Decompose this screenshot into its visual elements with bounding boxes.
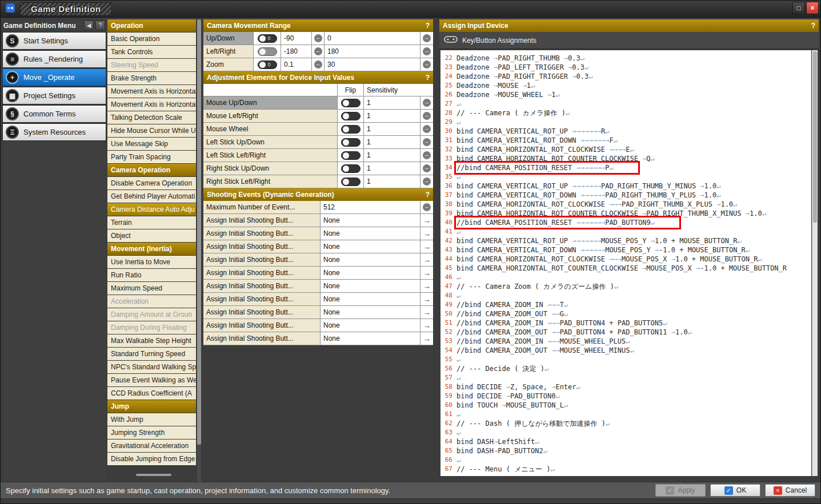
sensitivity-reset-button[interactable]: −	[420, 110, 433, 122]
operation-list-item[interactable]: Pause Event Walking as We	[107, 374, 196, 386]
operation-list-item[interactable]: Jump	[107, 400, 196, 413]
shooting-assignment-field[interactable]: None	[321, 253, 420, 266]
shooting-assignment-field[interactable]: None	[321, 214, 420, 227]
operation-list-item[interactable]: Movement (Inertia)	[107, 243, 196, 255]
range-max-reset-button[interactable]: −	[420, 32, 433, 45]
operation-list-hscrollbar[interactable]	[136, 474, 171, 476]
operation-list-item[interactable]: Brake Strength	[107, 72, 196, 84]
ok-button[interactable]: ✓ OK	[710, 484, 760, 497]
sensitivity-field[interactable]: 1	[364, 96, 420, 109]
back-button[interactable]: ◀	[84, 21, 94, 30]
operation-list-item[interactable]: Movement Axis is Horizontal	[107, 98, 196, 111]
camera-range-help-button[interactable]: ?	[426, 22, 430, 30]
range-min-reset-button[interactable]: −	[312, 58, 325, 71]
shooting-expand-button[interactable]: →	[420, 319, 433, 332]
sidebar-help-button[interactable]: ?	[95, 21, 105, 30]
sidebar-item[interactable]: S Start Settings	[2, 32, 106, 50]
operation-list-item[interactable]: Terrain	[107, 216, 196, 229]
flip-toggle[interactable]	[341, 178, 361, 186]
shooting-assignment-field[interactable]: None	[321, 267, 420, 279]
sidebar-item[interactable]: § Common Terms	[2, 105, 106, 123]
operation-list-item[interactable]: Party Train Spacing	[107, 151, 196, 163]
flip-toggle[interactable]	[341, 138, 361, 147]
operation-list-item[interactable]: Movement Axis is Horizontal	[107, 85, 196, 98]
apply-button[interactable]: ✓ Apply	[655, 484, 706, 497]
range-max-reset-button[interactable]: −	[420, 45, 433, 58]
operation-list-item[interactable]: Operation	[107, 19, 196, 32]
range-min-field[interactable]: -180	[281, 45, 312, 58]
operation-list-item[interactable]: Standard Turning Speed	[107, 348, 196, 360]
sensitivity-field[interactable]: 1	[364, 162, 420, 175]
flip-toggle[interactable]	[341, 99, 361, 107]
sidebar-item[interactable]: Ξ System Resources	[2, 123, 106, 141]
operation-list-item[interactable]: CCD Radius Coefficient (A	[107, 387, 196, 400]
editor-scrollbar[interactable]	[812, 50, 818, 476]
shooting-assignment-field[interactable]: None	[321, 280, 420, 292]
operation-list-item[interactable]: Maximum Speed	[107, 282, 196, 295]
sidebar-item[interactable]: ▦ Project Settings	[2, 87, 106, 104]
operation-list-item[interactable]: Gravitational Acceleration	[107, 440, 196, 452]
range-max-field[interactable]: 180	[325, 45, 420, 58]
operation-list-item[interactable]: Steering Speed	[107, 59, 196, 71]
range-toggle[interactable]: 0	[258, 47, 277, 56]
sensitivity-field[interactable]: 1	[364, 110, 420, 122]
shooting-expand-button[interactable]: →	[420, 293, 433, 305]
operation-list-item[interactable]: Use Inertia to Move	[107, 256, 196, 268]
max-events-field[interactable]: 512	[321, 201, 420, 213]
range-min-reset-button[interactable]: −	[312, 32, 325, 45]
range-min-reset-button[interactable]: −	[312, 45, 325, 58]
sensitivity-field[interactable]: 1	[364, 136, 420, 148]
operation-list-item[interactable]: Camera Operation	[107, 164, 196, 176]
assign-input-device-help-button[interactable]: ?	[811, 22, 815, 30]
operation-list-item[interactable]: Use Message Skip	[107, 138, 196, 150]
operation-list-item[interactable]: Damping During Floating	[107, 321, 196, 334]
shooting-assignment-field[interactable]: None	[321, 319, 420, 332]
input-assignments-editor[interactable]: 22 Deadzone →PAD_RIGHT_THUMB →0.3↵ 23 De…	[440, 50, 811, 476]
shooting-assignment-field[interactable]: None	[321, 240, 420, 253]
operation-list-item[interactable]: With Jump	[107, 413, 196, 426]
sensitivity-reset-button[interactable]: −	[420, 136, 433, 148]
range-toggle[interactable]: 0	[258, 34, 277, 43]
operation-list-item[interactable]: Disable Jumping from Edge	[107, 453, 196, 465]
operation-list-item[interactable]: Jumping Strength	[107, 426, 196, 439]
adjustment-help-button[interactable]: ?	[426, 74, 430, 82]
scrollbar-thumb[interactable]	[197, 19, 201, 445]
shooting-help-button[interactable]: ?	[426, 191, 430, 199]
shooting-expand-button[interactable]: →	[420, 214, 433, 227]
scrollbar-thumb[interactable]	[813, 51, 817, 223]
operation-list-item[interactable]: Hide Mouse Cursor While U	[107, 124, 196, 137]
minimize-button[interactable]: □	[792, 2, 805, 14]
shooting-expand-button[interactable]: →	[420, 267, 433, 279]
operation-list-item[interactable]: Basic Operation	[107, 33, 196, 45]
range-max-field[interactable]: 0	[325, 32, 420, 45]
sensitivity-field[interactable]: 1	[364, 175, 420, 188]
shooting-assignment-field[interactable]: None	[321, 293, 420, 305]
operation-list-item[interactable]: Max Walkable Step Height	[107, 334, 196, 347]
operation-list-scrollbar[interactable]	[197, 19, 201, 482]
shooting-assignment-field[interactable]: None	[321, 306, 420, 318]
sensitivity-reset-button[interactable]: −	[420, 96, 433, 109]
shooting-expand-button[interactable]: →	[420, 332, 433, 345]
range-max-field[interactable]: 30	[325, 58, 420, 71]
sensitivity-reset-button[interactable]: −	[420, 123, 433, 135]
sensitivity-field[interactable]: 1	[364, 149, 420, 162]
operation-list-item[interactable]: NPC's Standard Walking Sp	[107, 361, 196, 373]
shooting-expand-button[interactable]: →	[420, 280, 433, 292]
flip-toggle[interactable]	[341, 112, 361, 120]
operation-list-item[interactable]: Talking Detection Scale	[107, 111, 196, 124]
shooting-assignment-field[interactable]: None	[321, 332, 420, 345]
operation-list-item[interactable]: Get Behind Player Automati	[107, 190, 196, 203]
operation-list-item[interactable]: Camera Distance Auto Adju	[107, 203, 196, 216]
sensitivity-reset-button[interactable]: −	[420, 162, 433, 175]
operation-list-item[interactable]: Acceleration	[107, 295, 196, 308]
sensitivity-field[interactable]: 1	[364, 123, 420, 135]
sidebar-item[interactable]: ≡ Rules _Rendering	[2, 50, 106, 68]
cancel-button[interactable]: × Cancel	[765, 484, 815, 497]
max-events-reset-button[interactable]: −	[420, 201, 433, 213]
range-min-field[interactable]: -90	[281, 32, 312, 45]
sensitivity-reset-button[interactable]: −	[420, 149, 433, 162]
flip-toggle[interactable]	[341, 164, 361, 173]
operation-list-item[interactable]: Tank Controls	[107, 46, 196, 58]
close-button[interactable]: ×	[806, 2, 819, 14]
flip-toggle[interactable]	[341, 151, 361, 160]
